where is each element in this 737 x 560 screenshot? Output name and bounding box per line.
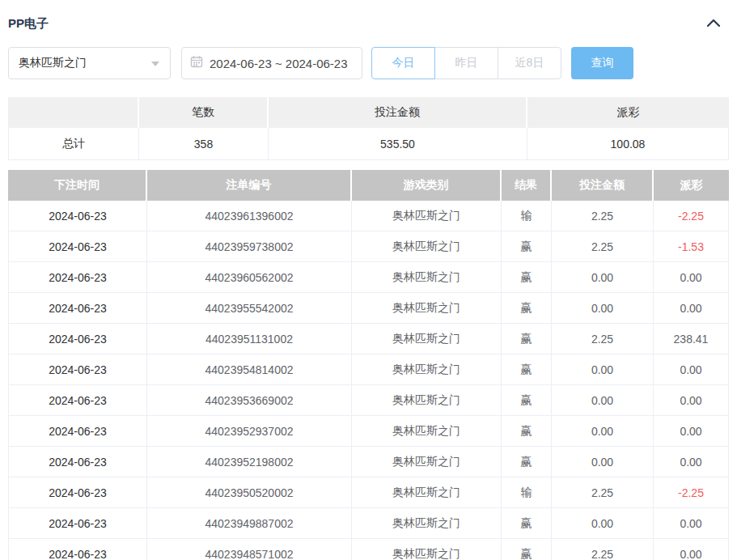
table-row: 2024-06-23 44023950520002 奥林匹斯之门 输 2.25 … [8,477,729,508]
cell-payout: 0.00 [654,385,729,416]
header-bet-amount: 投注金额 [552,170,654,201]
cell-bet-amount: 0.00 [552,416,654,447]
query-button[interactable]: 查询 [571,47,633,79]
cell-result: 赢 [502,508,552,539]
cell-order-id: 44023960562002 [147,262,352,293]
summary-total-count: 358 [139,128,269,160]
cell-game-category: 奥林匹斯之门 [352,324,502,354]
cell-payout: 0.00 [654,293,729,324]
cell-order-id: 44023952937002 [147,416,352,447]
table-row: 2024-06-23 44023949887002 奥林匹斯之门 赢 0.00 … [8,508,729,539]
header-game-category: 游戏类别 [352,170,502,201]
table-row: 2024-06-23 44023948571002 奥林匹斯之门 赢 2.25 … [8,539,729,560]
panel-header: PP电子 [8,0,729,32]
cell-game-category: 奥林匹斯之门 [352,447,502,477]
cell-order-id: 44023953669002 [147,385,352,416]
cell-bet-amount: 0.00 [552,354,654,385]
cell-bet-amount: 0.00 [552,385,654,416]
cell-payout: -1.53 [654,231,729,262]
cell-game-category: 奥林匹斯之门 [352,293,502,324]
cell-game-category: 奥林匹斯之门 [352,354,502,385]
records-table: 下注时间 注单编号 游戏类别 结果 投注金额 派彩 2024-06-23 440… [8,170,729,560]
cell-result: 赢 [502,231,552,262]
table-row: 2024-06-23 44023954814002 奥林匹斯之门 赢 0.00 … [8,354,729,385]
cell-payout: -2.25 [654,477,729,508]
summary-header-row: 笔数 投注金额 派彩 [8,97,729,128]
cell-bet-amount: 0.00 [552,262,654,293]
cell-bet-amount: 0.00 [552,508,654,539]
cell-order-id: 44023950520002 [147,477,352,508]
cell-result: 赢 [502,324,552,354]
quick-date-button-group: 今日 昨日 近8日 [371,47,561,79]
game-select[interactable]: 奥林匹斯之门 [8,47,171,79]
cell-result: 赢 [502,416,552,447]
cell-order-id: 44023955542002 [147,293,352,324]
cell-bet-time: 2024-06-23 [8,539,147,560]
cell-order-id: 44023961396002 [147,201,352,231]
table-row: 2024-06-23 44023952937002 奥林匹斯之门 赢 0.00 … [8,416,729,447]
cell-result: 赢 [502,262,552,293]
header-payout: 派彩 [654,170,729,201]
date-range-input[interactable]: 2024-06-23 ~ 2024-06-23 [181,47,362,79]
summary-header-empty [8,97,139,128]
cell-bet-time: 2024-06-23 [8,354,147,385]
summary-table: 笔数 投注金额 派彩 总计 358 535.50 100.08 [8,97,729,160]
cell-bet-time: 2024-06-23 [8,508,147,539]
last-8-days-button[interactable]: 近8日 [498,47,561,79]
cell-game-category: 奥林匹斯之门 [352,231,502,262]
collapse-button[interactable] [705,16,722,32]
summary-total-bet-amount: 535.50 [269,128,527,160]
cell-bet-time: 2024-06-23 [8,293,147,324]
yesterday-button[interactable]: 昨日 [434,47,498,79]
chevron-up-icon [706,18,721,30]
cell-game-category: 奥林匹斯之门 [352,385,502,416]
cell-bet-time: 2024-06-23 [8,477,147,508]
cell-game-category: 奥林匹斯之门 [352,477,502,508]
cell-bet-time: 2024-06-23 [8,231,147,262]
cell-bet-amount: 2.25 [552,477,654,508]
today-button[interactable]: 今日 [371,47,435,79]
cell-order-id: 44023954814002 [147,354,352,385]
cell-result: 输 [502,201,552,231]
table-row: 2024-06-23 44023960562002 奥林匹斯之门 赢 0.00 … [8,262,729,293]
header-result: 结果 [502,170,552,201]
cell-bet-time: 2024-06-23 [8,201,147,231]
cell-order-id: 44023952198002 [147,447,352,477]
cell-bet-amount: 0.00 [552,447,654,477]
chevron-down-icon [150,56,160,70]
cell-payout: 0.00 [654,447,729,477]
pp-games-panel: PP电子 奥林匹斯之门 [0,0,737,560]
page-title: PP电子 [8,16,49,32]
cell-game-category: 奥林匹斯之门 [352,262,502,293]
table-row: 2024-06-23 44023959738002 奥林匹斯之门 赢 2.25 … [8,231,729,262]
cell-bet-amount: 2.25 [552,201,654,231]
cell-payout: -2.25 [654,201,729,231]
calendar-icon [190,55,203,71]
cell-bet-time: 2024-06-23 [8,416,147,447]
records-body: 2024-06-23 44023961396002 奥林匹斯之门 输 2.25 … [8,201,729,560]
cell-result: 赢 [502,293,552,324]
cell-bet-amount: 2.25 [552,231,654,262]
table-row: 2024-06-23 44023961396002 奥林匹斯之门 输 2.25 … [8,201,729,231]
cell-result: 赢 [502,447,552,477]
header-bet-time: 下注时间 [8,170,147,201]
cell-bet-time: 2024-06-23 [8,447,147,477]
cell-order-id: 44023959738002 [147,231,352,262]
records-header-row: 下注时间 注单编号 游戏类别 结果 投注金额 派彩 [8,170,729,201]
table-row: 2024-06-23 44023952198002 奥林匹斯之门 赢 0.00 … [8,447,729,477]
table-row: 2024-06-23 44023955542002 奥林匹斯之门 赢 0.00 … [8,293,729,324]
summary-header-bet-amount: 投注金额 [269,97,527,128]
filter-bar: 奥林匹斯之门 20 [8,47,729,79]
date-range-value: 2024-06-23 ~ 2024-06-23 [210,57,348,70]
summary-total-label: 总计 [8,128,139,160]
summary-header-count: 笔数 [139,97,269,128]
summary-header-payout: 派彩 [527,97,729,128]
cell-order-id: 44023948571002 [147,539,352,560]
cell-payout: 0.00 [654,508,729,539]
cell-bet-amount: 2.25 [552,324,654,354]
cell-result: 输 [502,477,552,508]
summary-total-payout: 100.08 [527,128,729,160]
cell-bet-time: 2024-06-23 [8,324,147,354]
cell-bet-amount: 0.00 [552,293,654,324]
table-row: 2024-06-23 44023953669002 奥林匹斯之门 赢 0.00 … [8,385,729,416]
